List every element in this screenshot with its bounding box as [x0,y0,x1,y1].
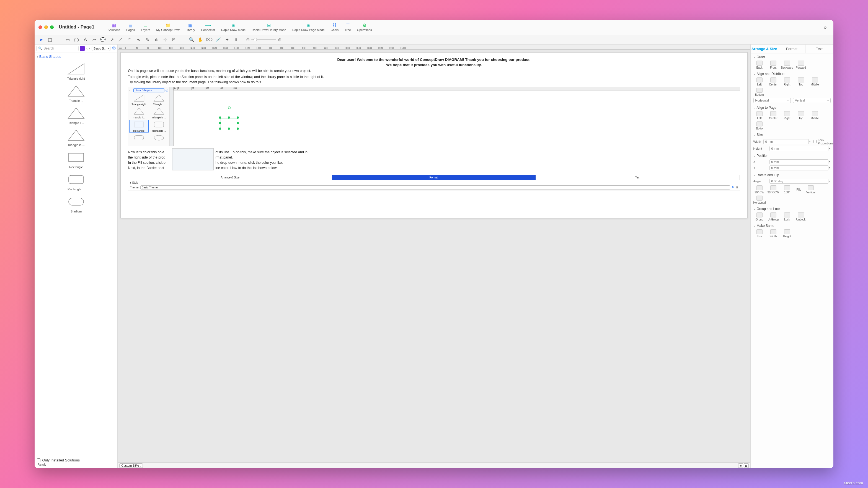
toolbar-rapid-draw-page-mode[interactable]: ⊞Rapid Draw Page Mode [290,23,327,32]
handle-tool-icon[interactable]: ⊹ [161,36,169,43]
zoom-thumb[interactable] [253,38,257,41]
height-input[interactable] [770,146,829,151]
zoom-select[interactable]: Custom 68% [119,463,143,468]
close-button[interactable] [38,26,42,29]
toolbar-layers[interactable]: ≣Layers [139,23,152,32]
distribute-horizontal-select[interactable]: Horizontal [753,98,791,103]
toolbar-tree[interactable]: ⊤Tree [342,23,353,32]
magic-tool-icon[interactable]: ✦ [223,36,231,43]
emb-prev-icon[interactable]: ‹ [129,89,130,92]
maximize-button[interactable] [50,26,54,29]
emb-shape[interactable]: Rectangle [129,120,148,132]
section-align[interactable]: Align and Distribute [753,72,831,76]
x-input[interactable] [770,159,829,164]
emb-shape[interactable]: Triangle i ... [129,107,148,119]
section-rotate-flip[interactable]: Rotate and Flip [753,173,831,177]
align-center-button[interactable]: Center [767,77,779,86]
rotation-handle-icon[interactable] [228,106,230,109]
emb-next-icon[interactable]: › [131,89,132,92]
toolbar-connector[interactable]: ⟶Connector [199,23,217,32]
rect-tool-icon[interactable]: ▭ [63,36,72,43]
library-tree-root[interactable]: Basic Shapes [35,53,117,60]
only-installed-checkbox[interactable]: Only Installed Solutions [37,458,115,462]
alignpage-center-button[interactable]: Center [767,111,779,120]
angle-input[interactable] [770,179,829,184]
page-tool-icon[interactable]: ⎘ [170,36,178,43]
align-middle-button[interactable]: Middle [809,77,821,86]
y-input[interactable] [770,165,829,170]
arc-tool-icon[interactable]: ◠ [125,36,134,43]
lock-button[interactable]: Lock [781,213,793,221]
ellipse-tool-icon[interactable]: ◯ [72,36,81,43]
rotate-cw-button[interactable]: 90° CW [753,185,766,194]
flip-horizontal-button[interactable]: Horizontal [753,196,766,204]
zoom-out-icon[interactable]: ⊖ [246,37,250,42]
align-right-button[interactable]: Right [781,77,793,86]
group-button[interactable]: Group [753,213,766,221]
stamp-tool-icon[interactable]: ⌦ [205,36,213,43]
alignpage-middle-button[interactable]: Middle [809,111,821,120]
emb-lib-close-icon[interactable]: ⓧ [165,89,168,92]
line-tool-icon[interactable]: ／ [117,36,125,43]
selected-rectangle[interactable] [221,118,237,128]
emb-tab-arrange[interactable]: Arrange & Size [128,175,332,180]
alignpage-top-button[interactable]: Top [795,111,807,120]
makesame-width-button[interactable]: Width [767,229,779,238]
toolbar-my-conceptdraw[interactable]: 📁My ConceptDraw [154,23,182,32]
emb-shape[interactable]: Triangle ... [150,94,168,106]
resize-handle[interactable] [219,128,221,130]
order-backward-button[interactable]: Backward [781,61,793,69]
toolbar-library[interactable]: ▦Library [184,23,197,32]
library-search[interactable]: 🔍 Search [36,46,78,51]
tab-arrange[interactable]: Arrange & Size [751,44,778,53]
order-forward-button[interactable]: Forward [795,61,807,69]
toolbar-rapid-draw-library-mode[interactable]: ⊞Rapid Draw Library Mode [249,23,288,32]
zoom-slider[interactable]: ⊖ ⊕ [246,37,281,42]
library-shape-stadium[interactable]: Stadium [37,195,115,213]
library-close-icon[interactable]: ⓧ [112,46,116,51]
resize-handle[interactable] [237,117,239,119]
hand-tool-icon[interactable]: ✋ [196,36,205,43]
embedded-stage[interactable] [174,91,740,146]
zoom-track[interactable] [251,39,276,40]
makesame-size-button[interactable]: Size [753,229,766,238]
align-top-button[interactable]: Top [795,77,807,86]
card-tool-icon[interactable]: ▱ [90,36,98,43]
toolbar-operations[interactable]: ⚙Operations [355,23,374,32]
emb-shape[interactable] [150,133,168,143]
footer-fit-icon[interactable]: ⊞ [738,463,743,468]
emb-tab-text[interactable]: Text [536,175,740,180]
select-tool-icon[interactable]: ⬚ [46,36,54,43]
toolbar-solutions[interactable]: ▦Solutions [105,23,122,32]
ungroup-button[interactable]: UnGroup [767,213,779,221]
document-page[interactable]: Dear user! Welcome to the wonderful worl… [120,52,747,218]
footer-page-icon[interactable]: ▦ [744,463,749,468]
alignpage-left-button[interactable]: Left [753,111,766,120]
alignpage-bottom-button[interactable]: Botto [753,122,766,130]
resize-handle[interactable] [237,122,239,124]
rotate-ccw-button[interactable]: 90° CCW [767,185,779,194]
lib-prev-icon[interactable]: ‹ [86,46,88,51]
toolbar-chain[interactable]: ⛓Chain [329,23,341,32]
text-tool-icon[interactable]: A [81,36,89,43]
pointer-tool-icon[interactable]: ➤ [37,36,45,43]
alignpage-right-button[interactable]: Right [781,111,793,120]
resize-handle[interactable] [228,128,230,130]
lib-next-icon[interactable]: › [88,46,91,51]
toolbar-overflow-icon[interactable]: » [821,24,829,30]
lock-proportions-checkbox[interactable]: Lock Proportions [813,138,833,145]
solution-badge-icon[interactable] [80,46,85,51]
flip-vertical-button[interactable]: Vertical [805,185,817,194]
order-back-button[interactable]: Back [753,61,766,69]
emb-theme-select[interactable]: Basic Theme [140,185,730,190]
library-shape-rectangle[interactable]: Rectangle [37,151,115,169]
align-left-button[interactable]: Left [753,77,766,86]
library-shape-triangle-i-[interactable]: Triangle i ... [37,106,115,125]
section-make-same[interactable]: Make Same [753,224,831,228]
emb-shape[interactable]: Rectangle ... [150,120,168,132]
only-installed-input[interactable] [37,458,40,462]
resize-handle[interactable] [237,128,239,130]
search-tool-icon[interactable]: 🔍 [187,36,196,43]
emb-lib-select[interactable]: Basic Shapes [133,88,164,92]
eyedropper-tool-icon[interactable]: 💉 [214,36,222,43]
